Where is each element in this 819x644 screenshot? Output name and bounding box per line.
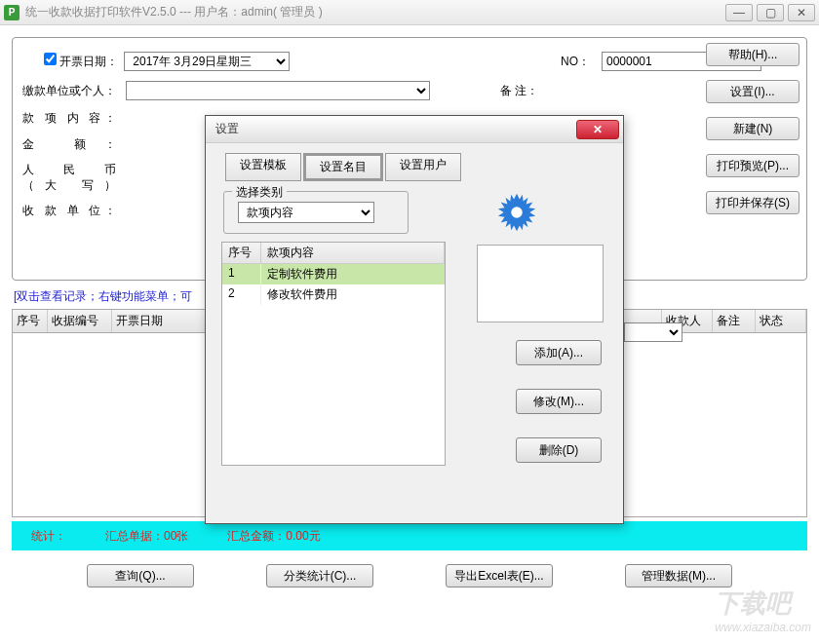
col-status: 状态 xyxy=(756,310,806,332)
no-label: NO： xyxy=(561,54,590,70)
items-table: 序号 款项内容 1 定制软件费用 2 修改软件费用 xyxy=(221,242,446,466)
stats-label: 统计： xyxy=(31,528,66,545)
rmb-label-1: 人 民 币 xyxy=(22,163,116,176)
cat-stats-button[interactable]: 分类统计(C)... xyxy=(266,564,373,587)
stats-amount: 汇总金额：0.00元 xyxy=(227,528,320,545)
amount-label: 金 额： xyxy=(22,136,120,153)
tab-user[interactable]: 设置用户 xyxy=(385,153,461,181)
tab-template[interactable]: 设置模板 xyxy=(225,153,301,181)
svg-point-1 xyxy=(511,207,523,218)
items-col-content: 款项内容 xyxy=(261,243,445,264)
dialog-close-button[interactable]: ✕ xyxy=(576,120,619,139)
print-preview-button[interactable]: 打印预览(P)... xyxy=(706,154,800,177)
category-legend: 选择类别 xyxy=(232,184,287,201)
export-excel-button[interactable]: 导出Excel表(E)... xyxy=(446,564,553,587)
dialog-titlebar[interactable]: 设置 ✕ xyxy=(206,116,623,143)
stats-bar: 统计： 汇总单据：00张 汇总金额：0.00元 xyxy=(12,521,807,550)
date-combo[interactable]: 2017年 3月29日星期三 xyxy=(124,52,290,71)
preview-area xyxy=(477,245,604,322)
help-button[interactable]: 帮助(H)... xyxy=(706,43,800,66)
items-col-index: 序号 xyxy=(222,243,261,264)
minimize-button[interactable]: — xyxy=(725,4,753,21)
delete-button[interactable]: 删除(D) xyxy=(516,437,602,463)
add-button[interactable]: 添加(A)... xyxy=(516,340,602,365)
item-row[interactable]: 2 修改软件费用 xyxy=(222,284,445,305)
tabs: 设置模板 设置名目 设置用户 xyxy=(225,153,611,181)
app-icon: P xyxy=(4,5,20,20)
manage-data-button[interactable]: 管理数据(M)... xyxy=(625,564,732,587)
new-button[interactable]: 新建(N) xyxy=(706,117,800,140)
window-title: 统一收款收据打印软件V2.5.0 --- 用户名：admin( 管理员 ) xyxy=(25,4,725,20)
col-remark: 备注 xyxy=(713,310,756,332)
payer-combo[interactable] xyxy=(126,81,430,100)
gear-icon xyxy=(494,190,539,238)
rmb-label-2: （大 写） xyxy=(22,178,116,192)
dialog-title: 设置 xyxy=(215,121,576,137)
remark-label: 备 注： xyxy=(500,83,538,99)
date-label: 开票日期： xyxy=(59,55,118,68)
modify-button[interactable]: 修改(M)... xyxy=(516,389,602,414)
print-save-button[interactable]: 打印并保存(S) xyxy=(706,191,800,214)
item-row[interactable]: 1 定制软件费用 xyxy=(222,264,445,284)
content-label: 款 项 内 容： xyxy=(22,110,120,127)
close-button[interactable]: ✕ xyxy=(788,4,815,21)
category-select[interactable]: 款项内容 xyxy=(238,202,374,223)
category-group: 选择类别 款项内容 xyxy=(223,191,409,234)
settings-dialog: 设置 ✕ 设置模板 设置名目 设置用户 选择类别 款项内容 序号 款项内容 1 … xyxy=(205,115,624,524)
maximize-button[interactable]: ▢ xyxy=(757,4,784,21)
window-controls: — ▢ ✕ xyxy=(725,4,815,21)
query-button[interactable]: 查询(Q)... xyxy=(87,564,194,587)
col-index: 序号 xyxy=(13,310,48,332)
col-receipt-no: 收据编号 xyxy=(48,310,112,332)
settings-button[interactable]: 设置(I)... xyxy=(706,80,800,103)
main-titlebar: P 统一收款收据打印软件V2.5.0 --- 用户名：admin( 管理员 ) … xyxy=(0,0,819,25)
payer-label: 缴款单位或个人： xyxy=(22,83,120,99)
tab-name-items[interactable]: 设置名目 xyxy=(303,153,383,181)
side-button-panel: 帮助(H)... 设置(I)... 新建(N) 打印预览(P)... 打印并保存… xyxy=(706,43,800,214)
stray-dropdown[interactable] xyxy=(624,322,682,342)
stats-count: 汇总单据：00张 xyxy=(105,528,188,545)
payee-unit-label: 收 款 单 位： xyxy=(22,203,120,219)
date-checkbox[interactable] xyxy=(44,53,57,65)
